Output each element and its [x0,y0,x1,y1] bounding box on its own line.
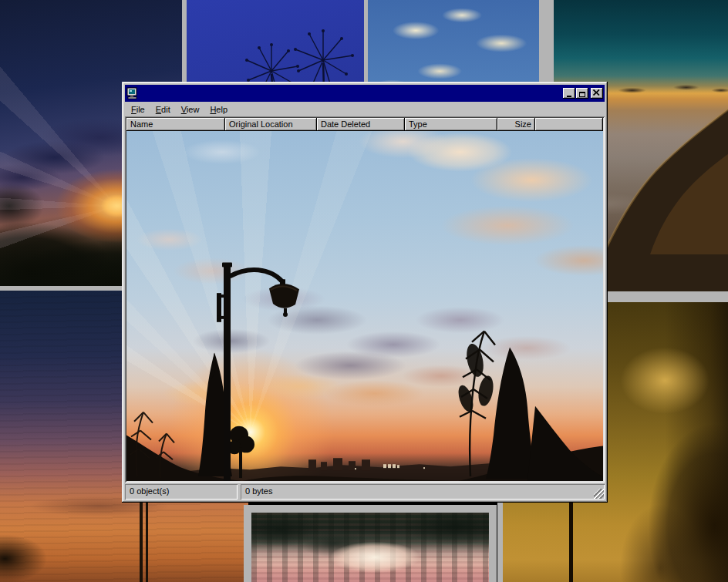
resize-grip[interactable] [594,489,604,499]
water-pole-silhouette [140,493,143,582]
minimize-icon [567,96,571,97]
water-pole-silhouette [146,500,148,582]
column-header-name[interactable]: Name [126,118,225,131]
wallpaper-tile-lake-reflection [244,505,497,582]
computer-icon [126,87,139,99]
maximize-button[interactable] [576,88,588,99]
status-byte-count: 0 bytes [241,484,605,500]
status-object-count: 0 object(s) [125,484,238,500]
photo-silhouettes [126,131,603,481]
file-list-area[interactable]: Name Original Location Date Deleted Type… [125,116,605,483]
menu-bar: File Edit View Help [125,102,605,116]
column-header-size[interactable]: Size [497,118,535,131]
column-header-row: Name Original Location Date Deleted Type… [126,118,603,131]
golden-pole-silhouette [569,501,573,582]
close-icon [593,89,600,96]
close-button[interactable] [591,88,603,99]
menu-file[interactable]: File [126,103,150,116]
status-bar: 0 object(s) 0 bytes [125,484,605,500]
maximize-icon [579,92,585,97]
column-header-original-location[interactable]: Original Location [225,118,317,131]
column-header-date-deleted[interactable]: Date Deleted [317,118,405,131]
column-header-type[interactable]: Type [405,118,497,131]
recycle-bin-window: File Edit View Help Name Original Locati… [122,82,608,503]
menu-edit[interactable]: Edit [150,103,176,116]
status-bytes-label: 0 bytes [245,486,272,496]
menu-help[interactable]: Help [204,103,233,116]
menu-view[interactable]: View [176,103,205,116]
title-bar[interactable] [125,85,605,102]
lamppost-sunset-photo [126,131,603,481]
minimize-button[interactable] [563,88,575,99]
column-header-filler[interactable] [535,118,603,131]
